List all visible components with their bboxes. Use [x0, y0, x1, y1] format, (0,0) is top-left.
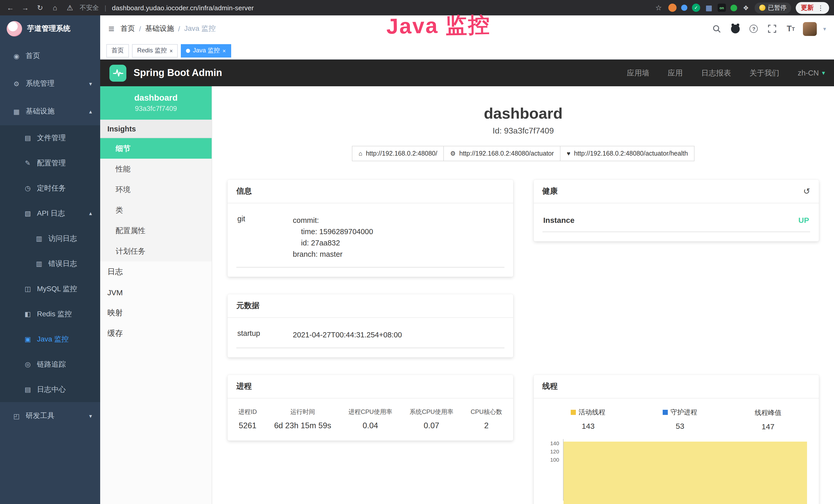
- metric-label: 运行时间: [274, 408, 331, 416]
- threads-card: 线程 活动线程 143: [533, 375, 819, 504]
- search-icon[interactable]: [711, 23, 723, 35]
- tab-redis-monitor[interactable]: Redis 监控 ×: [132, 44, 178, 57]
- close-icon[interactable]: ×: [170, 47, 173, 54]
- tab-label: Java 监控: [193, 46, 220, 55]
- sba-menu-configprops[interactable]: 配置属性: [100, 220, 212, 241]
- tab-home[interactable]: 首页: [106, 44, 129, 57]
- fox-extension-icon[interactable]: [668, 4, 677, 12]
- health-card-header: 健康 ↺: [533, 180, 819, 203]
- sidebar-item-config-management[interactable]: ✎ 配置管理: [0, 151, 100, 176]
- sba-menu-details[interactable]: 细节: [100, 138, 212, 159]
- refresh-icon[interactable]: ↻: [35, 4, 45, 12]
- sidebar-item-java-monitor[interactable]: ▣ Java 监控: [0, 327, 100, 352]
- sidebar-item-mysql-monitor[interactable]: ◫ MySQL 监控: [0, 276, 100, 301]
- actuator-url-link[interactable]: ⚙ http://192.168.0.2:48080/actuator: [443, 146, 561, 161]
- sba-brand-title[interactable]: Spring Boot Admin: [134, 67, 222, 78]
- smiley-icon: [759, 5, 765, 11]
- teal-extension-icon[interactable]: ✓: [692, 4, 700, 12]
- sidebar-item-api-logs[interactable]: ▧ API 日志 ▴: [0, 201, 100, 226]
- startup-row-value: 2021-04-27T00:44:31.254+08:00: [293, 329, 503, 340]
- service-url-link[interactable]: ⌂ http://192.168.0.2:48080/: [352, 146, 444, 161]
- sba-content: dashboard Id: 93a3fc7f7409 ⌂ http://192.…: [212, 86, 834, 504]
- fullscreen-icon[interactable]: [766, 23, 778, 35]
- infra-icon: ▦: [12, 108, 21, 115]
- chevron-down-icon: ▾: [822, 69, 825, 76]
- sba-nav-about[interactable]: 关于我们: [749, 68, 779, 78]
- sba-menu-jvm[interactable]: JVM: [100, 282, 212, 302]
- git-commit-line: commit:: [293, 215, 503, 226]
- address-divider: |: [105, 4, 106, 12]
- app-logo[interactable]: 芋道管理系统: [0, 16, 100, 42]
- sidebar-item-trace[interactable]: ◎ 链路追踪: [0, 352, 100, 377]
- health-card-title: 健康: [542, 186, 557, 196]
- sba-menu-caches[interactable]: 缓存: [100, 323, 212, 344]
- doc-icon: ▥: [35, 235, 43, 243]
- legend-daemon-threads: 守护进程 53: [663, 408, 697, 431]
- eye-icon: ◎: [24, 361, 32, 368]
- leaf-extension-icon[interactable]: [730, 4, 737, 11]
- extensions-puzzle-icon[interactable]: ❖: [742, 4, 750, 12]
- admin-sidebar: 芋道管理系统 ◉ 首页 ⚙ 系统管理 ▾ ▦ 基础设施 ▴ ▤ 文件管理: [0, 16, 100, 504]
- legend-label: 守护进程: [671, 408, 697, 417]
- sidebar-item-log-center[interactable]: ▤ 日志中心: [0, 377, 100, 402]
- apps-grid-extension-icon[interactable]: ▦: [705, 4, 713, 12]
- sba-menu-environment[interactable]: 环境: [100, 179, 212, 200]
- url-bar[interactable]: dashboard.yudao.iocoder.cn/infra/admin-s…: [112, 4, 254, 12]
- sidebar-item-label: Java 监控: [37, 335, 69, 344]
- sidebar-item-home[interactable]: ◉ 首页: [0, 42, 100, 70]
- sba-logo-icon[interactable]: [109, 65, 126, 82]
- sba-language-select[interactable]: zh-CN ▾: [798, 69, 825, 77]
- legend-live-threads: 活动线程 143: [571, 408, 606, 431]
- instance-id: 93a3fc7f7409: [105, 105, 206, 112]
- home-icon[interactable]: ⌂: [50, 4, 60, 12]
- update-button[interactable]: 更新 ⋮: [796, 2, 829, 14]
- sidebar-item-infra[interactable]: ▦ 基础设施 ▴: [0, 97, 100, 125]
- sidebar-item-redis-monitor[interactable]: ◧ Redis 监控: [0, 301, 100, 327]
- drop-extension-icon[interactable]: [681, 5, 687, 11]
- sidebar-item-dev-tools[interactable]: ◰ 研发工具 ▾: [0, 402, 100, 430]
- tab-java-monitor[interactable]: Java 监控 ×: [181, 44, 231, 57]
- sidebar-item-error-logs[interactable]: ▥ 错误日志: [0, 251, 100, 276]
- sba-nav-wallboard[interactable]: 应用墙: [627, 68, 649, 78]
- legend-swatch-blue: [663, 410, 668, 415]
- github-icon[interactable]: [729, 23, 742, 35]
- metric-label: 系统CPU使用率: [410, 408, 453, 416]
- sba-menu-metrics[interactable]: 性能: [100, 159, 212, 179]
- paused-badge-label: 已暂停: [768, 3, 787, 12]
- threads-chart: 140 120 100: [542, 439, 810, 501]
- info-card: 信息 git commit: time: 1596289704000 id: 2…: [227, 180, 513, 277]
- wrench-icon: ⚙: [450, 150, 456, 157]
- user-avatar[interactable]: [803, 22, 817, 36]
- sidebar-item-access-logs[interactable]: ▥ 访问日志: [0, 226, 100, 251]
- sidebar-item-scheduled-tasks[interactable]: ◷ 定时任务: [0, 176, 100, 201]
- breadcrumb-home[interactable]: 首页: [120, 24, 135, 33]
- sba-menu-scheduledtasks[interactable]: 计划任务: [100, 241, 212, 261]
- forward-icon[interactable]: →: [20, 4, 30, 12]
- sidebar-item-file-management[interactable]: ▤ 文件管理: [0, 125, 100, 151]
- git-row-value: commit: time: 1596289704000 id: 27aa832 …: [293, 215, 503, 260]
- on-badge-extension-icon[interactable]: on: [718, 4, 726, 12]
- bookmark-star-icon[interactable]: ☆: [654, 4, 664, 12]
- health-url-link[interactable]: ♥ http://192.168.0.2:48080/actuator/heal…: [560, 146, 695, 161]
- sba-menu-classes[interactable]: 类: [100, 200, 212, 220]
- sba-menu-logs[interactable]: 日志: [100, 261, 212, 282]
- sba-menu-section-insights[interactable]: Insights: [100, 120, 212, 138]
- sba-instance-header[interactable]: dashboard 93a3fc7f7409: [100, 86, 212, 120]
- legend-value: 147: [755, 422, 781, 431]
- avatar-caret-icon[interactable]: ▾: [823, 25, 826, 32]
- sba-nav-applications[interactable]: 应用: [668, 68, 683, 78]
- history-icon[interactable]: ↺: [803, 186, 810, 196]
- font-size-icon[interactable]: TT: [785, 23, 797, 35]
- close-icon[interactable]: ×: [222, 47, 226, 54]
- back-icon[interactable]: ←: [5, 4, 16, 12]
- help-icon[interactable]: ?: [748, 23, 760, 35]
- sba-menu-mappings[interactable]: 映射: [100, 302, 212, 323]
- breadcrumb-infra[interactable]: 基础设施: [145, 24, 174, 33]
- legend-value: 53: [663, 421, 697, 430]
- paused-badge[interactable]: 已暂停: [755, 2, 791, 13]
- status-badge: UP: [798, 216, 809, 224]
- sba-nav-journal[interactable]: 日志报表: [701, 68, 731, 78]
- browser-menu-icon[interactable]: ⋮: [817, 4, 824, 12]
- sidebar-item-system[interactable]: ⚙ 系统管理 ▾: [0, 70, 100, 97]
- hamburger-icon[interactable]: ≡: [108, 24, 114, 34]
